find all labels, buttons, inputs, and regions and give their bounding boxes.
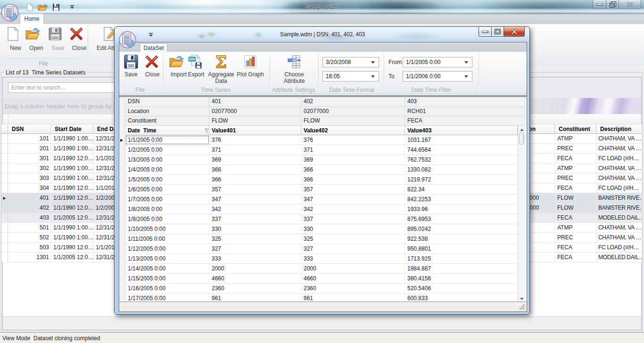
svg-text:CSV: CSV	[189, 57, 196, 61]
